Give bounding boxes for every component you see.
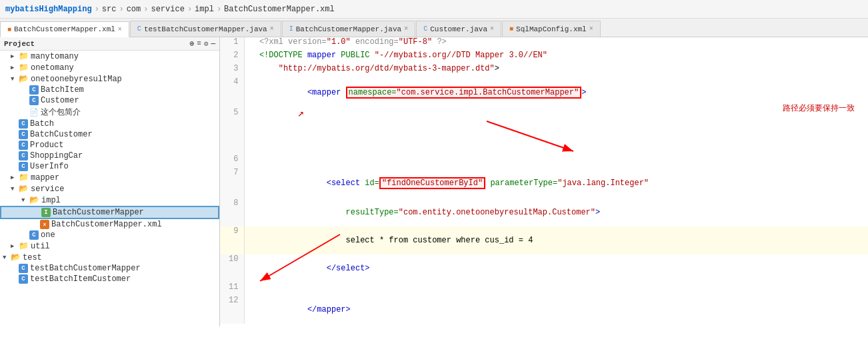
sidebar-item-userinfo[interactable]: C UserInfo xyxy=(0,161,219,172)
code-line-6: 6 xyxy=(220,155,868,168)
xml-file-icon: ■ xyxy=(509,25,513,33)
sidebar-item-testbatchcustomermapper[interactable]: C testBatchCustomerMapper xyxy=(0,263,219,274)
breadcrumb-src[interactable]: src xyxy=(102,5,117,14)
item-label: Batch xyxy=(30,119,54,129)
main-layout: Project ⊕ ≡ ⚙ — ▶ 📁 manytomany ▶ 📁 oneto… xyxy=(0,37,868,326)
sidebar-item-batchcustomermapper-interface[interactable]: I BatchCustomerMapper xyxy=(0,206,219,219)
sidebar-header-icons: ⊕ ≡ ⚙ — xyxy=(190,39,215,48)
item-label: manytomany xyxy=(31,52,79,61)
collapse-arrow: ▶ xyxy=(11,53,19,60)
breadcrumb-service[interactable]: service xyxy=(151,5,184,14)
hide-icon[interactable]: — xyxy=(211,39,215,48)
item-label: service xyxy=(31,184,64,194)
line-content[interactable]: <?xml version="1.0" encoding="UTF-8" ?> xyxy=(244,37,868,51)
line-content[interactable]: "http://mybatis.org/dtd/mybatis-3-mapper… xyxy=(244,64,868,77)
sidebar-item-manytomany[interactable]: ▶ 📁 manytomany xyxy=(0,51,219,62)
close-icon[interactable]: × xyxy=(404,25,408,33)
folder-icon: 📁 xyxy=(19,63,29,73)
class-icon: C xyxy=(19,162,28,171)
code-line-7: 7 <select id="findOneCustomerById" param… xyxy=(220,168,868,198)
close-icon[interactable]: × xyxy=(490,25,494,33)
collapse-arrow: ▶ xyxy=(11,64,19,71)
item-label: ShoppingCar xyxy=(30,151,83,161)
sidebar-item-mapper[interactable]: ▶ 📁 mapper xyxy=(0,172,219,183)
test-class-icon: C xyxy=(19,264,28,273)
code-editor[interactable]: 1 <?xml version="1.0" encoding="UTF-8" ?… xyxy=(220,37,868,326)
java-file-icon: I xyxy=(289,25,293,33)
sidebar-item-batchcustomermapper-xml[interactable]: x BatchCustomerMapper.xml xyxy=(0,219,219,230)
sidebar-item-product[interactable]: C Product xyxy=(0,140,219,151)
line-content[interactable]: <!DOCTYPE mapper PUBLIC "-//mybatis.org/… xyxy=(244,51,868,64)
line-content[interactable] xyxy=(244,155,868,168)
sidebar-item-shoppingcar[interactable]: C ShoppingCar xyxy=(0,151,219,161)
folder-icon: 📂 xyxy=(19,184,29,194)
breadcrumb-project[interactable]: mybatisHighMapping xyxy=(5,5,92,14)
folder-icon: 📂 xyxy=(19,74,29,84)
breadcrumb-file[interactable]: BatchCustomerMapper.xml xyxy=(224,5,335,14)
line-content[interactable]: select * from customer where cus_id = 4 xyxy=(244,226,868,254)
gear-icon[interactable]: ⚙ xyxy=(204,39,209,48)
item-label: 这个包简介 xyxy=(41,107,81,118)
item-label: BatchItem xyxy=(41,85,84,95)
folder-icon: 📁 xyxy=(19,241,29,251)
sidebar-item-service[interactable]: ▼ 📂 service xyxy=(0,183,219,194)
code-line-4: 4 <mapper namespace="com.service.impl.Ba… xyxy=(220,77,868,108)
line-number: 6 xyxy=(220,155,244,168)
close-icon[interactable]: × xyxy=(589,25,593,33)
line-content[interactable] xyxy=(244,282,868,296)
tab-sqlmapconfig-xml[interactable]: ■ SqlMapConfig.xml × xyxy=(502,21,601,37)
tab-bar: ■ BatchCustomerMapper.xml × C testBatchC… xyxy=(0,19,868,37)
sidebar-item-impl[interactable]: ▼ 📂 impl xyxy=(0,194,219,206)
item-label: Customer xyxy=(41,96,79,105)
tab-customer-java[interactable]: C Customer.java × xyxy=(416,21,501,37)
collapse-arrow: ▼ xyxy=(11,186,19,192)
tab-label: BatchCustomerMapper.xml xyxy=(14,25,115,33)
tab-label: BatchCustomerMapper.java xyxy=(296,25,401,33)
sidebar-item-onetomany[interactable]: ▶ 📁 onetomany xyxy=(0,62,219,73)
line-content[interactable]: resultType="com.entity.onetoonebyresultM… xyxy=(244,198,868,226)
collapse-arrow: ▶ xyxy=(11,242,19,250)
sidebar-item-customer[interactable]: C Customer xyxy=(0,95,219,106)
sidebar-item-onetoonebyresultmap[interactable]: ▼ 📂 onetoonebyresultMap xyxy=(0,73,219,85)
sidebar-item-testbatchitemcustomer[interactable]: C testBatchItemCustomer xyxy=(0,274,219,284)
annotation-text: 路径必须要保持一致 xyxy=(783,103,855,114)
settings-icon[interactable]: ≡ xyxy=(197,39,201,48)
collapse-arrow: ▼ xyxy=(21,197,29,204)
code-line-2: 2 <!DOCTYPE mapper PUBLIC "-//mybatis.or… xyxy=(220,51,868,64)
line-content[interactable]: <select id="findOneCustomerById" paramet… xyxy=(244,168,868,198)
item-label: BatchCustomer xyxy=(30,130,93,139)
folder-icon: 📁 xyxy=(19,172,29,182)
collapse-arrow: ▼ xyxy=(11,76,19,83)
xml-file-icon: x xyxy=(40,220,49,229)
sync-icon[interactable]: ⊕ xyxy=(190,39,195,48)
item-label: BatchCustomerMapper.xml xyxy=(51,220,162,229)
select-id-annotation-box: "findOneCustomerById" xyxy=(379,177,485,189)
sidebar-item-package-desc[interactable]: 📄 这个包简介 xyxy=(0,106,219,119)
line-content[interactable]: </select> xyxy=(244,254,868,282)
tab-label: SqlMapConfig.xml xyxy=(516,25,587,33)
sidebar-item-batchitem[interactable]: C BatchItem xyxy=(0,85,219,95)
tab-testbatchcustomermapper-java[interactable]: C testBatchCustomerMapper.java × xyxy=(130,21,281,37)
sidebar-item-util[interactable]: ▶ 📁 util xyxy=(0,240,219,252)
class-icon: C xyxy=(29,85,39,95)
line-content[interactable]: </mapper> xyxy=(244,296,868,324)
line-content[interactable]: <mapper namespace="com.service.impl.Batc… xyxy=(244,77,868,108)
line-content[interactable]: 路径必须要保持一致 ↗ xyxy=(244,108,868,155)
sidebar-item-test[interactable]: ▼ 📂 test xyxy=(0,252,219,263)
breadcrumb-impl[interactable]: impl xyxy=(195,5,214,14)
sidebar-item-batchcustomer[interactable]: C BatchCustomer xyxy=(0,129,219,140)
code-table: 1 <?xml version="1.0" encoding="UTF-8" ?… xyxy=(220,37,868,324)
line-number: 11 xyxy=(220,282,244,296)
tab-batchcustomermapper-xml[interactable]: ■ BatchCustomerMapper.xml × xyxy=(0,21,129,37)
item-label: onetoonebyresultMap xyxy=(31,75,122,84)
breadcrumb-com[interactable]: com xyxy=(127,5,141,14)
item-label: testBatchItemCustomer xyxy=(30,274,131,284)
close-icon[interactable]: × xyxy=(118,26,122,33)
close-icon[interactable]: × xyxy=(270,25,274,33)
item-label: UserInfo xyxy=(30,162,69,171)
sidebar-item-batch[interactable]: C Batch xyxy=(0,119,219,129)
sidebar-item-one[interactable]: C one xyxy=(0,230,219,240)
tab-batchcustomermapper-java[interactable]: I BatchCustomerMapper.java × xyxy=(282,21,415,37)
class-icon: C xyxy=(19,119,28,129)
sidebar-header: Project ⊕ ≡ ⚙ — xyxy=(0,37,219,51)
